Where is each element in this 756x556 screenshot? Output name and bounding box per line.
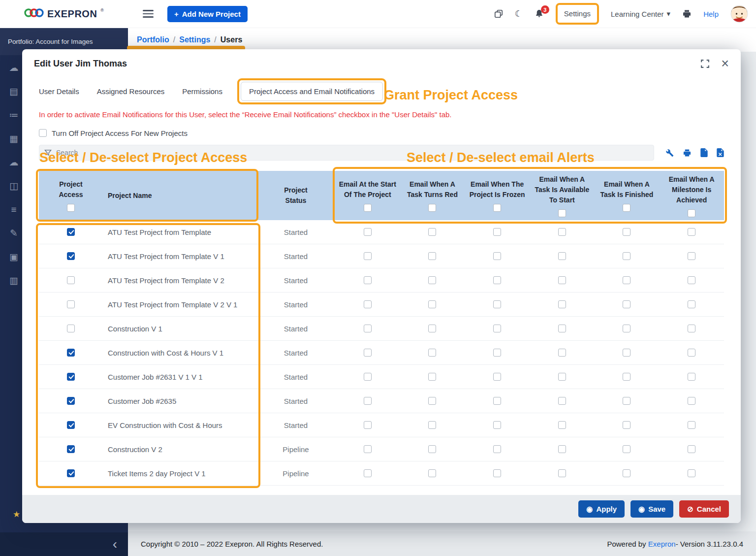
email-column-select-all-checkbox[interactable]: [688, 209, 695, 217]
edit-icon[interactable]: ✎: [10, 229, 18, 238]
cloud-sync-icon[interactable]: ☁: [9, 158, 19, 167]
email-notification-checkbox[interactable]: [493, 349, 501, 357]
export-file-icon[interactable]: [700, 148, 708, 157]
email-notification-checkbox[interactable]: [623, 276, 630, 284]
email-notification-checkbox[interactable]: [493, 300, 501, 308]
email-notification-checkbox[interactable]: [493, 252, 501, 260]
email-column-select-all-checkbox[interactable]: [493, 204, 501, 212]
email-notification-checkbox[interactable]: [688, 397, 695, 405]
email-notification-checkbox[interactable]: [688, 373, 695, 381]
task-list-icon[interactable]: ≔: [9, 110, 19, 120]
email-notification-checkbox[interactable]: [688, 276, 695, 284]
email-notification-checkbox[interactable]: [493, 397, 501, 405]
project-access-checkbox[interactable]: [67, 373, 75, 381]
project-access-checkbox[interactable]: [67, 276, 75, 284]
email-notification-checkbox[interactable]: [364, 373, 372, 381]
email-notification-checkbox[interactable]: [688, 349, 695, 357]
help-link[interactable]: Help: [703, 10, 719, 18]
exepron-link[interactable]: Exepron: [648, 540, 676, 548]
email-notification-checkbox[interactable]: [623, 445, 630, 453]
email-notification-checkbox[interactable]: [623, 349, 630, 357]
menu-lines-icon[interactable]: ≡: [11, 205, 16, 214]
email-notification-checkbox[interactable]: [558, 397, 566, 405]
email-notification-checkbox[interactable]: [364, 421, 372, 429]
email-column-select-all-checkbox[interactable]: [623, 204, 630, 212]
email-notification-checkbox[interactable]: [493, 469, 501, 477]
email-notification-checkbox[interactable]: [428, 469, 436, 477]
export-excel-icon[interactable]: [717, 148, 724, 157]
email-notification-checkbox[interactable]: [428, 421, 436, 429]
email-notification-checkbox[interactable]: [428, 228, 436, 236]
apply-button[interactable]: ◉ Apply: [578, 500, 625, 518]
tab-assigned-resources[interactable]: Assigned Resources: [97, 87, 165, 96]
tab-user-details[interactable]: User Details: [39, 87, 79, 96]
email-notification-checkbox[interactable]: [493, 325, 501, 332]
email-notification-checkbox[interactable]: [428, 397, 436, 405]
email-notification-checkbox[interactable]: [364, 325, 372, 332]
project-access-checkbox[interactable]: [67, 325, 75, 332]
email-notification-checkbox[interactable]: [364, 349, 372, 357]
email-notification-checkbox[interactable]: [364, 228, 372, 236]
email-notification-checkbox[interactable]: [493, 228, 501, 236]
email-notification-checkbox[interactable]: [623, 228, 630, 236]
dark-mode-moon-icon[interactable]: ☾: [515, 8, 523, 19]
project-access-checkbox[interactable]: [67, 469, 75, 477]
breadcrumb-settings[interactable]: Settings: [179, 35, 210, 44]
breadcrumb-portfolio[interactable]: Portfolio: [137, 35, 169, 44]
email-notification-checkbox[interactable]: [688, 445, 695, 453]
email-notification-checkbox[interactable]: [558, 325, 566, 332]
save-button[interactable]: ◉ Save: [630, 500, 673, 518]
email-notification-checkbox[interactable]: [558, 228, 566, 236]
email-notification-checkbox[interactable]: [558, 276, 566, 284]
project-access-checkbox[interactable]: [67, 228, 75, 236]
email-notification-checkbox[interactable]: [623, 397, 630, 405]
email-notification-checkbox[interactable]: [688, 300, 695, 308]
email-notification-checkbox[interactable]: [688, 421, 695, 429]
notifications-bell-icon[interactable]: 3: [535, 9, 544, 19]
email-notification-checkbox[interactable]: [688, 325, 695, 332]
cloud-icon[interactable]: ☁: [9, 63, 19, 72]
email-notification-checkbox[interactable]: [428, 300, 436, 308]
email-notification-checkbox[interactable]: [364, 252, 372, 260]
tab-permissions[interactable]: Permissions: [182, 87, 222, 96]
project-access-checkbox[interactable]: [67, 349, 75, 357]
email-notification-checkbox[interactable]: [428, 325, 436, 332]
board-icon[interactable]: ▦: [9, 134, 18, 143]
windows-restore-icon[interactable]: [494, 9, 503, 18]
email-notification-checkbox[interactable]: [558, 349, 566, 357]
email-notification-checkbox[interactable]: [623, 300, 630, 308]
menu-icon[interactable]: [143, 10, 154, 18]
project-access-checkbox[interactable]: [67, 252, 75, 260]
email-notification-checkbox[interactable]: [428, 373, 436, 381]
email-notification-checkbox[interactable]: [558, 445, 566, 453]
email-notification-checkbox[interactable]: [493, 421, 501, 429]
project-access-checkbox[interactable]: [67, 300, 75, 308]
email-notification-checkbox[interactable]: [558, 300, 566, 308]
email-column-select-all-checkbox[interactable]: [364, 204, 372, 212]
add-new-project-button[interactable]: + Add New Project: [167, 6, 248, 22]
learning-center-dropdown[interactable]: Learning Center ▾: [611, 9, 670, 18]
email-notification-checkbox[interactable]: [688, 228, 695, 236]
email-notification-checkbox[interactable]: [688, 252, 695, 260]
search-input[interactable]: [39, 145, 654, 160]
email-notification-checkbox[interactable]: [364, 276, 372, 284]
print-table-icon[interactable]: [683, 149, 692, 157]
email-notification-checkbox[interactable]: [558, 252, 566, 260]
turn-off-project-access-checkbox[interactable]: [39, 129, 47, 137]
email-column-select-all-checkbox[interactable]: [428, 204, 436, 212]
expand-modal-icon[interactable]: [700, 59, 710, 69]
email-notification-checkbox[interactable]: [558, 469, 566, 477]
email-notification-checkbox[interactable]: [428, 445, 436, 453]
tab-project-access-email-notifications[interactable]: Project Access and Email Notifications: [241, 82, 383, 101]
email-notification-checkbox[interactable]: [428, 276, 436, 284]
email-notification-checkbox[interactable]: [364, 397, 372, 405]
settings-wrench-icon[interactable]: [665, 148, 674, 157]
email-notification-checkbox[interactable]: [428, 252, 436, 260]
email-notification-checkbox[interactable]: [493, 373, 501, 381]
settings-link[interactable]: Settings: [564, 9, 591, 18]
email-notification-checkbox[interactable]: [493, 445, 501, 453]
cancel-button[interactable]: ⊘ Cancel: [679, 500, 729, 518]
project-access-checkbox[interactable]: [67, 445, 75, 453]
chart-icon[interactable]: ◫: [9, 181, 18, 191]
email-column-select-all-checkbox[interactable]: [558, 209, 566, 217]
